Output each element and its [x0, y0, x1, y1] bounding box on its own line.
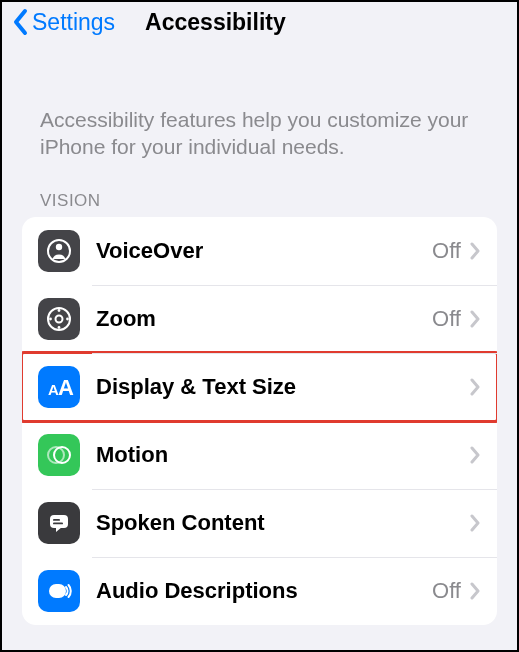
row-audio-descriptions[interactable]: Audio Descriptions Off	[22, 557, 497, 625]
svg-point-5	[58, 326, 61, 329]
chevron-right-icon	[469, 242, 481, 260]
text-size-icon: A A	[38, 366, 80, 408]
svg-point-3	[56, 315, 63, 322]
svg-point-1	[56, 243, 62, 249]
row-label: Audio Descriptions	[96, 578, 432, 604]
audio-descriptions-icon	[38, 570, 80, 612]
row-zoom[interactable]: Zoom Off	[22, 285, 497, 353]
svg-point-7	[66, 317, 69, 320]
back-button[interactable]: Settings	[12, 8, 115, 36]
row-voiceover[interactable]: VoiceOver Off	[22, 217, 497, 285]
voiceover-icon	[38, 230, 80, 272]
spoken-content-icon	[38, 502, 80, 544]
row-motion[interactable]: Motion	[22, 421, 497, 489]
svg-rect-15	[49, 584, 66, 598]
navigation-bar: Settings Accessibility	[2, 2, 517, 46]
svg-point-6	[49, 317, 52, 320]
back-label: Settings	[32, 9, 115, 36]
intro-description: Accessibility features help you customiz…	[2, 46, 517, 161]
settings-accessibility-screen: Settings Accessibility Accessibility fea…	[0, 0, 519, 652]
row-status: Off	[432, 306, 461, 332]
row-label: Display & Text Size	[96, 374, 469, 400]
row-label: Motion	[96, 442, 469, 468]
svg-rect-14	[53, 522, 63, 524]
page-title: Accessibility	[145, 9, 286, 36]
chevron-right-icon	[469, 514, 481, 532]
vision-settings-group: VoiceOver Off Zoom Off	[22, 217, 497, 625]
chevron-right-icon	[469, 378, 481, 396]
motion-icon	[38, 434, 80, 476]
svg-rect-12	[50, 515, 68, 528]
svg-rect-13	[53, 519, 60, 521]
zoom-icon	[38, 298, 80, 340]
chevron-right-icon	[469, 446, 481, 464]
row-label: Zoom	[96, 306, 432, 332]
chevron-right-icon	[469, 310, 481, 328]
row-status: Off	[432, 578, 461, 604]
row-spoken-content[interactable]: Spoken Content	[22, 489, 497, 557]
svg-text:A: A	[58, 375, 74, 400]
chevron-right-icon	[469, 582, 481, 600]
svg-point-4	[58, 309, 61, 312]
row-status: Off	[432, 238, 461, 264]
row-display-text-size[interactable]: A A Display & Text Size	[22, 353, 497, 421]
chevron-left-icon	[12, 8, 30, 36]
row-label: Spoken Content	[96, 510, 469, 536]
row-label: VoiceOver	[96, 238, 432, 264]
section-header-vision: VISION	[2, 161, 517, 217]
